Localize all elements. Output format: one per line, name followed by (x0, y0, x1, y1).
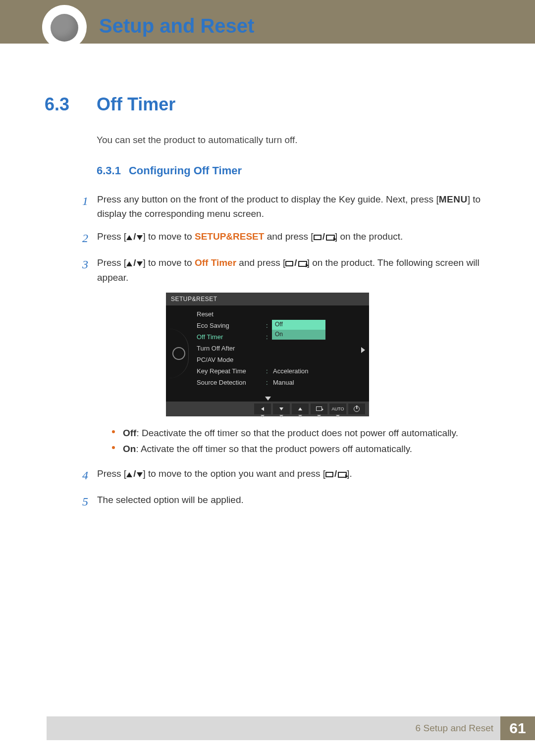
bullet-text: : Activate the off timer so that the pro… (136, 444, 412, 454)
slash: / (333, 468, 338, 479)
up-arrow-icon (126, 261, 132, 266)
text-fragment: ] to move to the option you want and pre… (143, 468, 325, 479)
osd-label: Reset (197, 310, 266, 318)
bullet-on: On: Activate the off timer so that the p… (112, 441, 490, 457)
osd-row-key-repeat: Key Repeat Time:Acceleration (197, 365, 350, 377)
slash: / (132, 231, 137, 242)
step-text: The selected option will be applied. (97, 493, 490, 507)
enter-icon (316, 406, 322, 411)
chapter-badge (42, 5, 87, 50)
down-arrow-icon (279, 407, 283, 410)
menu-key-label: MENU (439, 194, 468, 204)
step-list: 1 Press any button on the front of the p… (82, 192, 490, 285)
enter-icon (326, 235, 335, 241)
step-text: Press [/] to move to SETUP&RESET and pre… (97, 229, 490, 244)
osd-row-source-detection: Source Detection:Manual (197, 377, 350, 388)
step-number: 5 (82, 493, 97, 511)
step-list-continued: 4 Press [/] to move to the option you wa… (82, 466, 490, 511)
chapter-title: Setup and Reset (99, 15, 254, 37)
up-arrow-icon (126, 235, 132, 240)
subsection-heading: 6.3.1 Configuring Off Timer (97, 164, 490, 177)
page: Setup and Reset 6.3 Off Timer You can se… (0, 0, 535, 756)
section-intro: You can set the product to automatically… (97, 135, 490, 146)
up-arrow-icon (298, 407, 302, 410)
text-fragment: Press [ (97, 231, 126, 242)
osd-left-panel (166, 305, 192, 402)
chevron-right-icon (361, 347, 365, 353)
osd-down-button (273, 403, 290, 414)
osd-footer: AUTO (166, 402, 369, 416)
text-fragment: Press any button on the front of the pro… (97, 194, 439, 204)
footer-page-number: 61 (500, 716, 535, 740)
osd-label: Source Detection (197, 379, 266, 386)
osd-auto-button: AUTO (329, 403, 346, 414)
osd-colon: : (266, 379, 273, 386)
content-area: 6.3 Off Timer You can set the product to… (45, 94, 490, 519)
back-icon (261, 407, 264, 411)
screen-icon (285, 261, 293, 266)
keyword-setup-reset: SETUP&RESET (195, 231, 264, 242)
bullet-keyword: On (123, 444, 136, 454)
enter-icon (298, 261, 307, 267)
osd-label: Eco Saving (197, 322, 266, 329)
bullet-off: Off: Deactivate the off timer so that th… (112, 425, 490, 441)
step-5: 5 The selected option will be applied. (82, 493, 490, 511)
osd-label: Turn Off After (197, 345, 266, 352)
osd-row-turn-off-after: Turn Off After (197, 343, 350, 354)
osd-option-on: On (272, 330, 325, 340)
screen-icon (325, 472, 333, 477)
chevron-down-icon (265, 397, 271, 401)
osd-label: Key Repeat Time (197, 367, 266, 375)
osd-dropdown: Off On (272, 320, 325, 340)
text-fragment: and press [ (236, 257, 285, 268)
step-text: Press [/] to move to the option you want… (97, 466, 490, 481)
step-1: 1 Press any button on the front of the p… (82, 192, 490, 221)
step-number: 3 (82, 255, 97, 274)
down-arrow-icon (137, 235, 143, 240)
enter-icon (338, 472, 347, 478)
step-number: 1 (82, 192, 97, 210)
option-descriptions: Off: Deactivate the off timer so that th… (112, 425, 490, 457)
bullet-text: : Deactivate the off timer so that the p… (136, 428, 458, 438)
footer-chapter-label: 6 Setup and Reset (416, 723, 493, 734)
text-fragment: ] on the product. (335, 231, 403, 242)
section-number: 6.3 (45, 94, 97, 115)
step-text: Press [/] to move to Off Timer and press… (97, 255, 490, 285)
osd-label: Off Timer (197, 333, 266, 341)
section-heading: 6.3 Off Timer (45, 94, 490, 115)
slash: / (132, 257, 137, 268)
slash: / (293, 257, 298, 268)
osd-option-off: Off (272, 320, 325, 330)
text-fragment: and press [ (264, 231, 313, 242)
osd-arc-icon (169, 329, 189, 378)
down-arrow-icon (137, 472, 143, 477)
osd-power-button (348, 403, 365, 414)
footer-bar: 6 Setup and Reset 61 (47, 716, 535, 740)
step-text: Press any button on the front of the pro… (97, 192, 490, 221)
text-fragment: Press [ (97, 468, 126, 479)
osd-back-button (254, 403, 271, 414)
slash: / (132, 468, 137, 479)
osd-screenshot: SETUP&RESET Reset Eco Saving:Off Off Tim… (166, 293, 369, 416)
osd-label: PC/AV Mode (197, 356, 266, 363)
osd-up-button (292, 403, 309, 414)
osd-title: SETUP&RESET (166, 293, 369, 305)
subsection-number: 6.3.1 (97, 164, 121, 177)
step-4: 4 Press [/] to move to the option you wa… (82, 466, 490, 485)
bullet-keyword: Off (123, 428, 136, 438)
text-fragment: Press [ (97, 257, 126, 268)
screen-icon (314, 235, 321, 240)
text-fragment: ] to move to (143, 231, 195, 242)
step-3: 3 Press [/] to move to Off Timer and pre… (82, 255, 490, 285)
osd-colon: : (266, 367, 273, 375)
osd-row-reset: Reset (197, 308, 350, 320)
subsection-title: Configuring Off Timer (129, 164, 242, 177)
step-2: 2 Press [/] to move to SETUP&RESET and p… (82, 229, 490, 248)
osd-auto-label: AUTO (332, 406, 344, 411)
up-arrow-icon (126, 472, 132, 477)
step-number: 4 (82, 466, 97, 485)
osd-row-pc-av-mode: PC/AV Mode (197, 354, 350, 365)
power-icon (354, 406, 360, 412)
text-fragment: ] to move to (143, 257, 195, 268)
down-arrow-icon (137, 261, 143, 266)
